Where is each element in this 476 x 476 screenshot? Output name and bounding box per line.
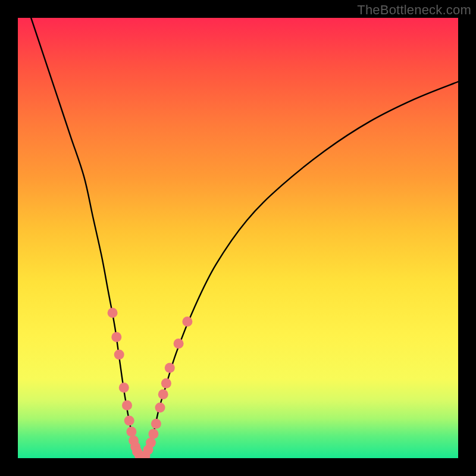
marker-dot <box>126 427 136 437</box>
chart-plot-area <box>18 18 458 458</box>
marker-dot <box>108 308 118 318</box>
marker-dot <box>114 350 124 360</box>
marker-dot <box>119 383 129 393</box>
marker-dot <box>151 419 161 429</box>
marker-dot <box>174 339 184 349</box>
curve-markers <box>108 308 193 458</box>
watermark-label: TheBottleneck.com <box>357 2 471 18</box>
marker-dot <box>155 402 165 412</box>
chart-svg <box>18 18 458 458</box>
marker-dot <box>182 317 192 327</box>
marker-dot <box>122 400 132 411</box>
marker-dot <box>165 363 175 373</box>
marker-dot <box>124 416 134 426</box>
marker-dot <box>148 429 158 439</box>
marker-dot <box>146 438 156 448</box>
marker-dot <box>158 389 168 399</box>
marker-dot <box>111 332 121 342</box>
marker-dot <box>161 378 171 389</box>
curve-right <box>143 82 458 457</box>
